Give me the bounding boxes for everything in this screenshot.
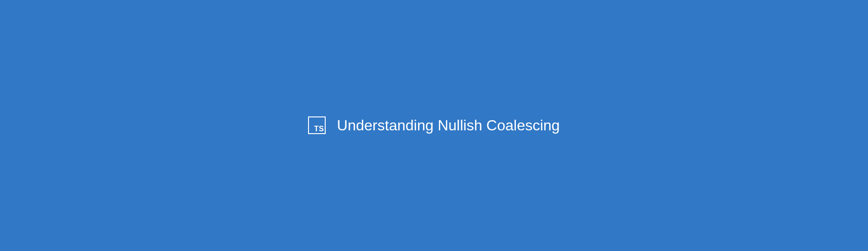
page-title: Understanding Nullish Coalescing <box>337 116 559 134</box>
hero-banner: TS Understanding Nullish Coalescing <box>308 116 559 134</box>
typescript-icon-label: TS <box>314 125 324 133</box>
typescript-icon: TS <box>308 116 326 134</box>
